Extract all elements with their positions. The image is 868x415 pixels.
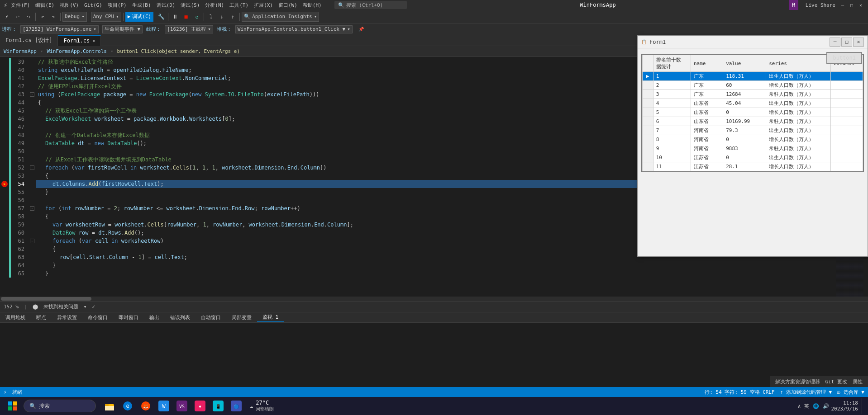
tab-errors[interactable]: 错误列表 xyxy=(165,313,196,322)
step-out-btn[interactable]: ↑ xyxy=(228,12,238,22)
tab-form1-design[interactable]: Form1.cs [设计] xyxy=(0,35,58,46)
tab-call-stack[interactable]: 调用堆栈 xyxy=(0,313,31,322)
live-share-label[interactable]: Live Share xyxy=(806,2,835,8)
row-arrow-10 xyxy=(643,153,653,162)
minimize-button[interactable]: ─ xyxy=(839,1,846,9)
col-57[interactable]: - xyxy=(28,204,36,212)
taskbar-app-6[interactable]: ♦ xyxy=(192,398,208,414)
col-header-value[interactable]: value xyxy=(723,55,766,72)
datagrid-container[interactable]: 排名前十数据统计 name value series Column1 ▶ 1 广… xyxy=(641,54,864,172)
toolbar-btn-attach[interactable]: 🔧 xyxy=(156,12,166,22)
method-dropdown[interactable]: button1_Click(object sender, EventArgs e… xyxy=(117,48,240,54)
window-menu[interactable]: 窗口(W) xyxy=(278,2,297,9)
tab-watch1[interactable]: 监视 1 xyxy=(257,313,284,322)
filter-icon[interactable]: ▾ xyxy=(84,304,87,310)
h-scrollbar-thumb[interactable] xyxy=(1,297,91,301)
step-in-btn[interactable]: ↓ xyxy=(217,12,227,22)
project-menu[interactable]: 项目(P) xyxy=(108,2,127,9)
data-grid[interactable]: 排名前十数据统计 name value series Column1 ▶ 1 广… xyxy=(642,55,863,171)
tab-form1-cs[interactable]: Form1.cs × xyxy=(58,35,101,46)
taskbar-app-3[interactable]: e xyxy=(119,398,136,414)
tab-locals[interactable]: 局部变量 xyxy=(226,313,257,322)
table-row[interactable]: 2 广东 60 增长人口数（万人） xyxy=(643,81,863,90)
location-dropdown[interactable]: WinFormsApp.Controls.button1_Click ▼ ▾ xyxy=(235,25,353,33)
tab-close-icon[interactable]: × xyxy=(92,38,95,43)
properties-btn[interactable]: 属性 xyxy=(853,378,863,385)
step-over-btn[interactable]: ⤵ xyxy=(206,12,216,22)
taskbar-app-5[interactable]: W xyxy=(156,398,172,414)
toolbar-btn-pin[interactable]: 📌 xyxy=(356,24,366,34)
zoom-level[interactable]: 152 % xyxy=(4,304,19,310)
table-row[interactable]: ▶ 1 广东 118.31 出生人口数（万人） xyxy=(643,72,863,81)
stop-btn[interactable]: ■ xyxy=(181,12,191,22)
cpu-dropdown[interactable]: Any CPU ▾ xyxy=(91,12,121,22)
toolbar-btn-1[interactable]: ⚡ xyxy=(2,12,12,22)
process-dropdown[interactable]: [17252] WinFormsApp.exe ▾ xyxy=(20,25,99,33)
toolbar-btn-undo[interactable]: ↶ xyxy=(38,12,48,22)
col-header-name[interactable]: name xyxy=(691,55,723,72)
analyze-menu[interactable]: 分析(N) xyxy=(205,2,224,9)
tray-lang[interactable]: 英 xyxy=(804,403,809,410)
tab-command[interactable]: 命令窗口 xyxy=(82,313,113,322)
table-row[interactable]: 10 江苏省 0 出生人口数（万人） xyxy=(643,153,863,162)
table-row[interactable]: 5 山东省 0 增长人口数（万人） xyxy=(643,108,863,117)
col-header-rank[interactable]: 排名前十数据统计 xyxy=(653,55,691,72)
row-series-10: 出生人口数（万人） xyxy=(766,153,831,162)
select-repo-btn[interactable]: ⎄ 选合库 ▼ xyxy=(837,389,864,396)
form1-button1[interactable]: button1 xyxy=(826,52,862,64)
show-desktop-btn[interactable] xyxy=(862,398,864,414)
tab-exception-settings[interactable]: 异常设置 xyxy=(52,313,82,322)
table-row[interactable]: 8 河南省 0 增长人口数（万人） xyxy=(643,135,863,144)
form1-close-btn[interactable]: ✕ xyxy=(853,38,864,47)
col-52[interactable]: - xyxy=(28,164,36,172)
tab-breakpoints[interactable]: 断点 xyxy=(31,313,52,322)
maximize-button[interactable]: □ xyxy=(848,1,855,9)
table-row[interactable]: 9 河南省 9883 常驻人口数（万人） xyxy=(643,144,863,153)
git-changes-btn[interactable]: Git 更改 xyxy=(825,378,848,385)
tray-up-icon[interactable]: ∧ xyxy=(798,403,801,409)
debug-mode-dropdown[interactable]: Debug ▾ xyxy=(62,12,87,22)
taskbar-app-explorer[interactable] xyxy=(101,398,118,414)
thread-dropdown[interactable]: [16236] 主线程 ▾ xyxy=(165,25,213,33)
add-to-source[interactable]: ↑ 添加到源代码管理 ▼ xyxy=(780,389,832,396)
table-row[interactable]: 3 广东 12684 常驻人口数（万人） xyxy=(643,90,863,99)
tools-menu[interactable]: 工具(T) xyxy=(229,2,248,9)
toolbar-btn-3[interactable]: ↪ xyxy=(24,12,33,22)
lifecycle-dropdown[interactable]: 生命周期事件 ▼ xyxy=(102,25,143,33)
run-button[interactable]: ▶ 调试(C) xyxy=(125,12,154,22)
class-dropdown[interactable]: WinFormsApp.Controls xyxy=(47,48,106,54)
tab-output[interactable]: 输出 xyxy=(144,313,165,322)
pause-btn[interactable]: ⏸ xyxy=(170,12,180,22)
table-row[interactable]: 11 江苏省 28.1 增长人口数（万人） xyxy=(643,162,863,171)
taskbar-search[interactable]: 🔍 搜索 xyxy=(24,400,96,412)
tab-immediate[interactable]: 即时窗口 xyxy=(113,313,144,322)
extend-menu[interactable]: 扩展(X) xyxy=(254,2,273,9)
debug-menu[interactable]: 调试(D) xyxy=(157,2,176,9)
close-button[interactable]: ✕ xyxy=(857,1,864,9)
table-row[interactable]: 6 山东省 10169.99 常驻人口数（万人） xyxy=(643,117,863,126)
restart-btn[interactable]: ↺ xyxy=(192,12,202,22)
form1-maximize-btn[interactable]: □ xyxy=(841,38,852,47)
test-menu[interactable]: 测试(S) xyxy=(181,2,200,9)
taskbar-app-7[interactable]: 📱 xyxy=(210,398,226,414)
toolbar-btn-2[interactable]: ↩ xyxy=(13,12,23,22)
col-43[interactable]: - xyxy=(28,90,36,99)
solution-explorer-btn[interactable]: 解决方案资源管理器 xyxy=(775,378,820,385)
taskbar-app-4[interactable]: 🦊 xyxy=(138,398,154,414)
taskbar-app-8[interactable]: 🔵 xyxy=(228,398,244,414)
col-header-series[interactable]: series xyxy=(766,55,831,72)
project-dropdown[interactable]: WinFormsApp xyxy=(4,48,37,54)
toolbar-btn-redo[interactable]: ↷ xyxy=(48,12,58,22)
app-insights-dropdown[interactable]: 🔍 Application Insights ▾ xyxy=(242,12,319,22)
horizontal-scrollbar[interactable] xyxy=(0,297,868,301)
tab-auto[interactable]: 自动窗口 xyxy=(196,313,226,322)
git-menu[interactable]: Git(G) xyxy=(84,2,102,8)
build-menu[interactable]: 生成(B) xyxy=(132,2,151,9)
start-button[interactable] xyxy=(4,399,22,413)
form1-minimize-btn[interactable]: ─ xyxy=(830,38,840,47)
table-row[interactable]: 4 山东省 45.04 出生人口数（万人） xyxy=(643,99,863,108)
taskbar-app-vs[interactable]: VS xyxy=(174,398,190,414)
table-row[interactable]: 7 河南省 79.3 出生人口数（万人） xyxy=(643,126,863,135)
col-61[interactable]: - xyxy=(28,237,36,245)
help-menu[interactable]: 帮助(H) xyxy=(303,2,322,9)
